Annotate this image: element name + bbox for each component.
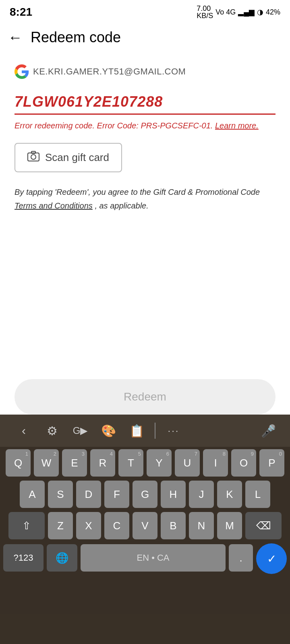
key-j[interactable]: J bbox=[189, 481, 214, 508]
terms-prefix: By tapping 'Redeem', you agree to the Gi… bbox=[14, 188, 260, 196]
page-title: Redeem code bbox=[31, 29, 121, 46]
code-input[interactable] bbox=[14, 90, 276, 115]
key-r[interactable]: R4 bbox=[90, 449, 115, 477]
key-shift[interactable]: ⇧ bbox=[8, 512, 45, 539]
header: ← Redeem code bbox=[0, 23, 290, 52]
keyboard-toolbar: ‹ ⚙ G▶ 🎨 📋 ··· 🎤 bbox=[0, 415, 290, 447]
palette-icon: 🎨 bbox=[101, 424, 116, 438]
terms-text: By tapping 'Redeem', you agree to the Gi… bbox=[14, 185, 276, 213]
keyboard-translate-button[interactable]: G▶ bbox=[66, 419, 94, 442]
terms-suffix: , as applicable. bbox=[95, 201, 148, 210]
key-h[interactable]: H bbox=[161, 481, 186, 508]
key-b[interactable]: B bbox=[161, 512, 186, 539]
main-content: KE.KRI.GAMER.YT51@GMAIL.COM Error redeem… bbox=[0, 52, 290, 213]
key-s[interactable]: S bbox=[48, 481, 73, 508]
key-t[interactable]: T5 bbox=[118, 449, 143, 477]
status-bar: 8:21 7.00 KB/S Vo 4G ▂▄▆ ◑ 42% bbox=[0, 0, 290, 23]
keyboard-clipboard-button[interactable]: 📋 bbox=[122, 419, 151, 442]
key-e[interactable]: E3 bbox=[62, 449, 87, 477]
key-period[interactable]: . bbox=[229, 544, 253, 572]
keyboard-settings-button[interactable]: ⚙ bbox=[38, 419, 66, 442]
key-m[interactable]: M bbox=[217, 512, 242, 539]
chevron-left-icon: ‹ bbox=[22, 424, 26, 438]
account-email: KE.KRI.GAMER.YT51@GMAIL.COM bbox=[33, 66, 186, 77]
keyboard-keys: Q1 W2 E3 R4 T5 Y6 U7 I8 O9 P0 A S D F G … bbox=[0, 447, 290, 539]
key-i[interactable]: I8 bbox=[203, 449, 228, 477]
key-n[interactable]: N bbox=[189, 512, 214, 539]
key-numbers[interactable]: ?123 bbox=[3, 544, 44, 572]
gear-icon: ⚙ bbox=[47, 424, 58, 438]
network-type: Vo 4G bbox=[215, 8, 236, 17]
key-enter[interactable]: ✓ bbox=[256, 543, 287, 574]
keyboard-mic-button[interactable]: 🎤 bbox=[256, 419, 280, 442]
error-text: Error redeeming code. Error Code: PRS-PG… bbox=[14, 121, 213, 130]
keyboard-row-3: ⇧ Z X C V B N M ⌫ bbox=[3, 512, 287, 539]
keyboard-bottom-row: ?123 🌐 EN • CA . ✓ bbox=[0, 543, 290, 572]
more-icon: ··· bbox=[168, 425, 179, 436]
status-icons: 7.00 KB/S Vo 4G ▂▄▆ ◑ 42% bbox=[197, 5, 280, 19]
google-icon bbox=[14, 64, 29, 79]
key-o[interactable]: O9 bbox=[231, 449, 256, 477]
key-globe[interactable]: 🌐 bbox=[47, 544, 77, 572]
keyboard-more-button[interactable]: ··· bbox=[160, 419, 188, 442]
keyboard-toolbar-left: ‹ ⚙ G▶ 🎨 📋 ··· bbox=[10, 419, 188, 442]
keyboard: ‹ ⚙ G▶ 🎨 📋 ··· 🎤 Q1 W2 bbox=[0, 415, 290, 644]
code-input-container bbox=[14, 90, 276, 115]
toolbar-separator bbox=[155, 423, 155, 439]
error-message: Error redeeming code. Error Code: PRS-PG… bbox=[14, 120, 276, 132]
key-delete[interactable]: ⌫ bbox=[245, 512, 282, 539]
key-g[interactable]: G bbox=[133, 481, 157, 508]
key-v[interactable]: V bbox=[133, 512, 157, 539]
scan-gift-card-button[interactable]: Scan gift card bbox=[14, 143, 122, 172]
keyboard-row-1: Q1 W2 E3 R4 T5 Y6 U7 I8 O9 P0 bbox=[3, 449, 287, 477]
learn-more-link[interactable]: Learn more. bbox=[215, 121, 259, 130]
key-q[interactable]: Q1 bbox=[6, 449, 31, 477]
key-a[interactable]: A bbox=[20, 481, 45, 508]
key-d[interactable]: D bbox=[76, 481, 101, 508]
key-space[interactable]: EN • CA bbox=[81, 544, 226, 572]
key-y[interactable]: Y6 bbox=[147, 449, 172, 477]
key-l[interactable]: L bbox=[245, 481, 270, 508]
key-c[interactable]: C bbox=[104, 512, 129, 539]
svg-rect-2 bbox=[31, 151, 35, 153]
signal-icon: ▂▄▆ bbox=[238, 8, 255, 17]
speed-indicator: 7.00 KB/S bbox=[197, 5, 213, 19]
camera-icon bbox=[27, 151, 39, 164]
key-u[interactable]: U7 bbox=[175, 449, 200, 477]
clipboard-icon: 📋 bbox=[129, 424, 144, 438]
key-w[interactable]: W2 bbox=[34, 449, 59, 477]
redeem-button[interactable]: Redeem bbox=[14, 379, 276, 415]
keyboard-back-button[interactable]: ‹ bbox=[10, 419, 38, 442]
terms-link[interactable]: Terms and Conditions bbox=[14, 201, 93, 210]
google-account-row: KE.KRI.GAMER.YT51@GMAIL.COM bbox=[14, 64, 276, 79]
microphone-icon: 🎤 bbox=[261, 424, 276, 438]
key-p[interactable]: P0 bbox=[259, 449, 284, 477]
key-f[interactable]: F bbox=[104, 481, 129, 508]
translate-icon: G▶ bbox=[73, 425, 88, 436]
key-k[interactable]: K bbox=[217, 481, 242, 508]
status-time: 8:21 bbox=[10, 6, 32, 19]
scan-gift-card-label: Scan gift card bbox=[45, 151, 109, 164]
back-button[interactable]: ← bbox=[8, 30, 23, 45]
key-x[interactable]: X bbox=[76, 512, 101, 539]
battery-percent: 42% bbox=[266, 8, 280, 17]
battery-icon: ◑ bbox=[257, 8, 263, 17]
key-z[interactable]: Z bbox=[48, 512, 73, 539]
keyboard-row-2: A S D F G H J K L bbox=[3, 481, 287, 508]
svg-point-1 bbox=[31, 155, 36, 159]
keyboard-theme-button[interactable]: 🎨 bbox=[94, 419, 122, 442]
